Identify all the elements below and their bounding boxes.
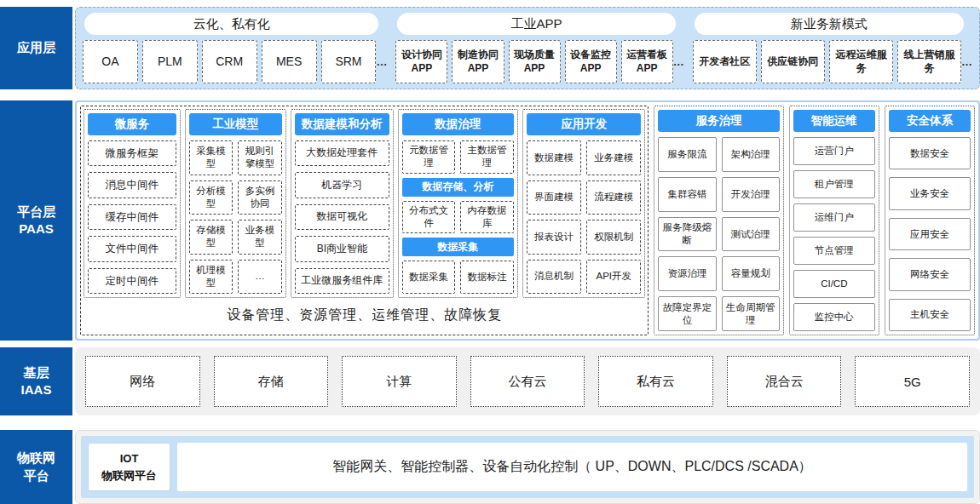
app-item: 线上营销服务 [897, 40, 961, 83]
paas-item: 多实例协同 [238, 180, 282, 215]
column-app-development-items: 数据建模业务建模界面建模流程建模报表设计权限机制消息机制API开发 [527, 140, 642, 294]
paas-item: 业务安全 [889, 177, 971, 209]
paas-item: 生命周期管理 [722, 296, 780, 331]
app-item: MES [262, 40, 317, 83]
app-item: 开发者社区 [693, 40, 757, 83]
paas-item: 应用安全 [889, 218, 971, 250]
column-industrial-model-items: 采集模型规则引擎模型分析模型多实例协同存储模型业务模型机理模型… [189, 140, 282, 294]
group-cloud-private-items-row: OAPLMCRMMESSRM … [83, 40, 387, 83]
paas-item: 数据安全 [889, 137, 971, 169]
more-dots: … [673, 40, 684, 83]
group-industrial-app-items: 设计协同APP制造协同APP现场质量APP设备监控APP运营看板APP [395, 40, 672, 83]
column-intelligent-ops-items: 运营门户租户管理运维门户节点管理CI/CD监控中心 [793, 137, 875, 331]
column-data-modeling-header: 数据建模和分析 [295, 113, 389, 135]
paas-item: 资源治理 [658, 256, 716, 291]
group-new-business-title: 新业务新模式 [695, 13, 964, 35]
paas-item: 服务限流 [658, 137, 716, 172]
app-item: 运营看板APP [621, 40, 673, 83]
paas-layer-row: 平台层 PAAS 微服务 微服务框架消息中间件缓存中间件文件中间件定时中间件 工… [0, 100, 980, 341]
app-item: 供应链协同 [761, 40, 825, 83]
iaas-layer-label: 基层 IAAS [0, 347, 72, 415]
iaas-item: 公有云 [470, 356, 585, 407]
iaas-item: 5G [855, 356, 970, 407]
more-dots: … [376, 40, 387, 83]
paas-item: BI商业智能 [295, 236, 389, 261]
column-service-governance: 服务治理 服务限流架构治理集群容错开发治理服务降级熔断测试治理资源治理容量规划故… [654, 106, 783, 335]
paas-item: 架构治理 [722, 137, 780, 172]
paas-item: 容量规划 [722, 256, 780, 291]
paas-item: 大数据处理套件 [295, 140, 389, 166]
paas-item: 存储模型 [189, 220, 233, 255]
paas-item: 缓存中间件 [88, 204, 176, 230]
column-security-items: 数据安全业务安全应用安全网络安全主机安全 [889, 137, 971, 331]
iaas-item: 网络 [85, 356, 200, 407]
column-app-development-header: 应用开发 [527, 113, 642, 135]
paas-item: 业务模型 [238, 220, 282, 255]
column-security-header: 安全体系 [889, 110, 971, 132]
paas-item: 内存数据库 [460, 201, 514, 234]
data-governance-row1: 元数据管理主数据管理 [402, 140, 514, 174]
column-service-governance-header: 服务治理 [658, 110, 779, 132]
paas-item: 分布式文件 [402, 201, 456, 234]
data-governance-row2: 分布式文件内存数据库 [402, 201, 514, 234]
column-microservice-header: 微服务 [88, 113, 176, 135]
column-data-governance: 数据治理 元数据管理主数据管理 数据存储、分析 分布式文件内存数据库 数据采集 … [398, 109, 518, 298]
iaas-item: 私有云 [598, 356, 713, 407]
paas-item: CI/CD [793, 270, 875, 298]
paas-core-group: 微服务 微服务框架消息中间件缓存中间件文件中间件定时中间件 工业模型 采集模型规… [80, 106, 649, 335]
paas-item: 测试治理 [722, 217, 780, 252]
iaas-layer-row: 基层 IAAS 网络存储计算公有云私有云混合云5G [0, 347, 980, 415]
group-cloud-private: 云化、私有化 OAPLMCRMMESSRM … [83, 12, 387, 83]
paas-item: 定时中间件 [88, 268, 176, 294]
paas-item: 业务建模 [586, 140, 641, 175]
iot-inner-panel: IOT 物联网平台 智能网关、智能控制器、设备自动化控制（ UP、DOWN、PL… [81, 436, 974, 498]
group-industrial-app-items-row: 设计协同APP制造协同APP现场质量APP设备监控APP运营看板APP … [395, 40, 683, 83]
iot-platform-box: IOT 物联网平台 [88, 443, 170, 491]
paas-item: 节点管理 [793, 237, 875, 265]
paas-item: 故障定界定位 [658, 296, 716, 331]
paas-item: 运营门户 [793, 137, 875, 165]
architecture-diagram: 应用层 云化、私有化 OAPLMCRMMESSRM … 工业APP 设计协同AP… [0, 0, 980, 504]
iaas-panel: 网络存储计算公有云私有云混合云5G [75, 347, 980, 415]
paas-item: 数据可视化 [295, 204, 389, 230]
paas-panel: 微服务 微服务框架消息中间件缓存中间件文件中间件定时中间件 工业模型 采集模型规… [75, 100, 980, 341]
paas-item: 规则引擎模型 [238, 140, 282, 175]
paas-item: 租户管理 [793, 170, 875, 198]
paas-item: 机器学习 [295, 172, 389, 198]
app-item: OA [83, 40, 138, 83]
group-cloud-private-title: 云化、私有化 [84, 13, 378, 35]
group-new-business-items: 开发者社区供应链协同远程运维服务线上营销服务 [693, 40, 961, 83]
iot-description: 智能网关、智能控制器、设备自动化控制（ UP、DOWN、PLC/DCS /SCA… [177, 443, 967, 491]
paas-item: 主数据管理 [460, 140, 514, 174]
paas-management-strip: 设备管理、资源管理、运维管理、故障恢复 [84, 298, 645, 332]
paas-item: 数据采集 [402, 261, 456, 294]
column-data-governance-header: 数据治理 [402, 113, 514, 135]
application-layer-row: 应用层 云化、私有化 OAPLMCRMMESSRM … 工业APP 设计协同AP… [0, 7, 980, 89]
paas-item: 集群容错 [658, 177, 716, 212]
application-layer-label: 应用层 [0, 7, 72, 89]
iaas-item: 混合云 [727, 356, 842, 407]
paas-item: 消息机制 [527, 260, 581, 295]
column-intelligent-ops-header: 智能运维 [793, 110, 875, 132]
paas-core-columns: 微服务 微服务框架消息中间件缓存中间件文件中间件定时中间件 工业模型 采集模型规… [84, 109, 645, 298]
paas-item: API开发 [586, 260, 641, 295]
column-data-modeling: 数据建模和分析 大数据处理套件机器学习数据可视化BI商业智能工业微服务组件库 [291, 109, 394, 298]
paas-item: 权限机制 [586, 220, 641, 255]
paas-item: 主机安全 [889, 299, 971, 331]
app-item: 现场质量APP [509, 40, 561, 83]
iaas-item: 存储 [214, 356, 329, 407]
application-panel: 云化、私有化 OAPLMCRMMESSRM … 工业APP 设计协同APP制造协… [75, 7, 980, 89]
paas-item: 机理模型 [189, 260, 233, 295]
data-governance-row3: 数据采集数据标注 [402, 261, 514, 294]
iot-panel: IOT 物联网平台 智能网关、智能控制器、设备自动化控制（ UP、DOWN、PL… [75, 430, 980, 504]
paas-item: 微服务框架 [88, 140, 176, 166]
app-item: 远程运维服务 [829, 40, 893, 83]
paas-item: 文件中间件 [88, 236, 176, 261]
column-intelligent-ops: 智能运维 运营门户租户管理运维门户节点管理CI/CD监控中心 [789, 106, 879, 335]
column-service-governance-items: 服务限流架构治理集群容错开发治理服务降级熔断测试治理资源治理容量规划故障定界定位… [658, 137, 779, 331]
subheader-data-storage-analysis: 数据存储、分析 [402, 178, 514, 197]
more-dots: … [961, 40, 972, 83]
group-industrial-app: 工业APP 设计协同APP制造协同APP现场质量APP设备监控APP运营看板AP… [395, 12, 683, 83]
column-industrial-model: 工业模型 采集模型规则引擎模型分析模型多实例协同存储模型业务模型机理模型… [185, 109, 286, 298]
paas-item: 元数据管理 [402, 140, 456, 174]
